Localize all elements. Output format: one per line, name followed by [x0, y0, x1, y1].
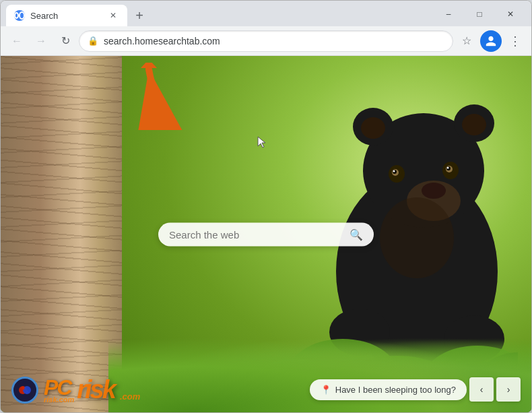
svg-marker-25: [141, 63, 157, 68]
tab-favicon: [14, 10, 25, 21]
suggestion-text: Have I been sleeping too long?: [335, 385, 456, 395]
location-icon: 📍: [321, 385, 331, 395]
svg-point-11: [393, 170, 395, 172]
bookmark-button[interactable]: ☆: [456, 30, 477, 52]
pcrisk-text-group: PC risk.com: [44, 377, 74, 404]
webpage: 🔍 📍 Have I been sleeping too long? ‹ ›: [1, 56, 531, 412]
bottom-suggestion-bar: 📍 Have I been sleeping too long? ‹ ›: [310, 377, 521, 402]
suggestion-pill[interactable]: 📍 Have I been sleeping too long?: [310, 379, 467, 400]
svg-point-16: [380, 197, 454, 278]
minimize-button[interactable]: –: [433, 5, 464, 24]
forward-button[interactable]: →: [30, 30, 52, 52]
search-icon[interactable]: 🔍: [350, 228, 363, 241]
pcrisk-tld: .com: [120, 391, 140, 402]
next-suggestion-button[interactable]: ›: [496, 377, 521, 402]
window-controls: – □ ✕: [433, 5, 526, 24]
svg-point-15: [447, 167, 449, 169]
profile-button[interactable]: [480, 30, 502, 52]
svg-point-29: [26, 390, 29, 393]
browser-window: Search ✕ + – □ ✕ ← → ↻ 🔒 ☆ ⋮: [0, 0, 532, 413]
tab-title: Search: [30, 11, 102, 21]
active-tab[interactable]: Search ✕: [6, 5, 127, 26]
maximize-button[interactable]: □: [464, 5, 495, 24]
reload-button[interactable]: ↻: [55, 30, 76, 52]
toolbar: ← → ↻ 🔒 ☆ ⋮: [1, 26, 531, 56]
back-button[interactable]: ←: [6, 30, 28, 52]
tab-close-button[interactable]: ✕: [107, 9, 119, 22]
prev-suggestion-button[interactable]: ‹: [469, 377, 494, 402]
address-bar[interactable]: 🔒: [79, 30, 453, 52]
svg-point-5: [462, 114, 486, 135]
svg-point-3: [361, 117, 385, 139]
url-input[interactable]: [104, 36, 444, 46]
search-input[interactable]: [169, 228, 344, 240]
arrow-annotation: [129, 63, 182, 130]
menu-button[interactable]: ⋮: [504, 30, 526, 52]
close-button[interactable]: ✕: [495, 5, 526, 24]
pcrisk-word: risk: [77, 375, 114, 404]
svg-point-7: [422, 183, 446, 199]
pcrisk-icon: [11, 377, 38, 404]
title-bar: Search ✕ + – □ ✕: [1, 1, 531, 26]
search-bar-container: 🔍: [158, 222, 374, 246]
svg-point-28: [22, 386, 25, 389]
pcrisk-domain: risk.com: [44, 395, 74, 404]
pcrisk-logo: PC risk.com risk .com: [11, 375, 140, 404]
new-tab-button[interactable]: +: [130, 6, 149, 25]
search-bar[interactable]: 🔍: [158, 222, 374, 246]
security-icon: 🔒: [88, 36, 98, 46]
